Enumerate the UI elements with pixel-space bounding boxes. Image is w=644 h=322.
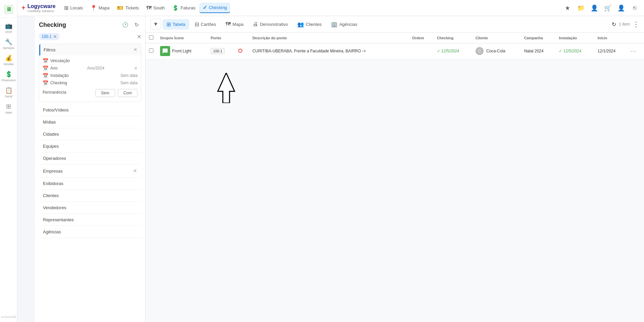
filter-toggle-button[interactable]: ▼ bbox=[150, 19, 161, 30]
sidebar-item-apps[interactable]: ⊞ Apps bbox=[1, 101, 16, 116]
profile-button[interactable]: 👤 bbox=[616, 3, 627, 13]
topbar-nav-locais[interactable]: ⊞ Locais bbox=[61, 3, 86, 13]
tab-cartoes[interactable]: ⊟ Cartões bbox=[191, 19, 220, 30]
topbar-nav-faturas[interactable]: 💲 Faturas bbox=[169, 3, 199, 13]
demonstrativo-icon: 🖨 bbox=[253, 21, 258, 27]
expand-midias[interactable]: Mídias bbox=[39, 116, 141, 128]
arrow-annotation bbox=[213, 73, 240, 104]
expand-cidades[interactable]: Cidades bbox=[39, 128, 141, 140]
permanencia-row: Permanência Sem Com bbox=[43, 88, 138, 97]
col-ordem: Ordem bbox=[409, 33, 434, 43]
empresas-close-icon[interactable]: ✕ bbox=[133, 168, 137, 174]
tab-clientes[interactable]: 👥 Clientes bbox=[293, 19, 326, 30]
row-campanha-cell: Natal 2024 bbox=[521, 43, 556, 59]
permanencia-buttons: Sem Com bbox=[95, 89, 138, 97]
mapa-tab-label: Mapa bbox=[233, 22, 244, 27]
permanencia-com-button[interactable]: Com bbox=[118, 89, 138, 97]
row-checkbox[interactable] bbox=[149, 48, 153, 53]
sidebar-item-financeiro[interactable]: 💲 Financeiro bbox=[1, 69, 16, 84]
row-status-cell bbox=[235, 43, 249, 59]
ooh-label: OOH bbox=[5, 30, 12, 34]
exibidoras-label: Exibidoras bbox=[43, 181, 63, 186]
more-options-button[interactable]: ⋮ bbox=[633, 20, 639, 28]
apps-label: Apps bbox=[5, 111, 12, 114]
geral-icon: 📋 bbox=[5, 87, 12, 94]
filter-sidebar: Checking 🕐 ↻ 100.1 ✕ ✕ Filtros ✕ 📅 bbox=[35, 16, 146, 322]
favorite-button[interactable]: ★ bbox=[562, 3, 573, 13]
topbar-nav-south[interactable]: 🗺 South bbox=[143, 3, 168, 13]
instalacao-value: Sem data bbox=[120, 73, 138, 78]
topbar-nav-checking[interactable]: ✓ Checking bbox=[199, 3, 230, 13]
row-more-button[interactable]: ⋯ bbox=[630, 48, 636, 54]
topbar-nav-mapa[interactable]: 📍 Mapa bbox=[87, 3, 113, 13]
tag-clear-button[interactable]: ✕ bbox=[137, 34, 141, 40]
apps-icon: ⊞ bbox=[6, 103, 11, 110]
sidebar-item-servicos[interactable]: 🔧 Serviços bbox=[1, 37, 16, 51]
row-ponto-cell: 100.1 bbox=[207, 43, 235, 59]
grupos-cell: Front Light bbox=[160, 46, 204, 56]
row-checkbox-cell bbox=[146, 43, 157, 59]
expand-vendedores[interactable]: Vendedores bbox=[39, 202, 141, 214]
expand-representantes[interactable]: Representantes bbox=[39, 214, 141, 226]
client-cell: C Coca-Cola bbox=[476, 47, 517, 55]
topbar-nav-tickets[interactable]: 🎫 Tickets bbox=[113, 3, 142, 13]
mapa-tab-icon: 🗺 bbox=[226, 21, 231, 27]
expand-agencias[interactable]: Agências bbox=[39, 226, 141, 238]
tag-close-icon[interactable]: ✕ bbox=[53, 34, 57, 39]
folder-button[interactable]: 📁 bbox=[576, 3, 586, 13]
tab-tabela[interactable]: ⊞ Tabela bbox=[162, 19, 189, 30]
tab-mapa[interactable]: 🗺 Mapa bbox=[221, 19, 248, 29]
col-actions bbox=[627, 33, 644, 43]
refresh-button[interactable]: ↻ bbox=[132, 20, 141, 30]
data-table: Grupos Ícone Ponto Descrição do ponto Or… bbox=[146, 33, 644, 59]
clientes-tab-icon: 👥 bbox=[297, 21, 304, 28]
sidebar-item-ooh[interactable]: 📺 OOH bbox=[1, 20, 16, 35]
logout-button[interactable]: ⎋ bbox=[629, 3, 640, 13]
topbar-nav: ⊞ Locais 📍 Mapa 🎫 Tickets 🗺 South 💲 Fatu… bbox=[61, 3, 561, 13]
expand-operadores[interactable]: Operadores bbox=[39, 152, 141, 165]
topbar: + Logycware Credibility Solutions ⊞ Loca… bbox=[17, 0, 644, 16]
col-ponto: Ponto bbox=[207, 33, 235, 43]
active-tag[interactable]: 100.1 ✕ bbox=[39, 33, 60, 40]
tag-value: 100.1 bbox=[42, 34, 52, 39]
select-all-checkbox[interactable] bbox=[149, 35, 153, 40]
arrow-svg bbox=[213, 73, 240, 103]
content-area: ▼ ⊞ Tabela ⊟ Cartões 🗺 Mapa 🖨 Demonstrat… bbox=[146, 16, 644, 322]
tab-agencias[interactable]: 🏢 Agências bbox=[327, 19, 361, 30]
reload-button[interactable]: ↻ bbox=[612, 21, 616, 28]
expand-fotos-videos[interactable]: Fotos/Vídeos bbox=[39, 104, 141, 116]
filtros-header[interactable]: Filtros ✕ bbox=[39, 44, 141, 55]
row-cliente-cell: C Coca-Cola bbox=[472, 43, 521, 59]
history-button[interactable]: 🕐 bbox=[120, 20, 130, 30]
col-inicio: Início bbox=[594, 33, 627, 43]
expand-exibidoras[interactable]: Exibidoras bbox=[39, 178, 141, 190]
expand-clientes[interactable]: Clientes bbox=[39, 190, 141, 202]
row-more-cell: ⋯ bbox=[627, 43, 644, 59]
sidebar-item-vendas[interactable]: 💰 Vendas bbox=[1, 53, 16, 67]
ano-label: 📅 Ano bbox=[43, 65, 57, 71]
servicos-icon: 🔧 bbox=[5, 38, 12, 46]
table-header: Grupos Ícone Ponto Descrição do ponto Or… bbox=[146, 33, 644, 43]
agencias-tab-icon: 🏢 bbox=[331, 21, 338, 28]
col-grupos-icone: Grupos Ícone bbox=[157, 33, 207, 43]
ano-close-icon[interactable]: ✕ bbox=[134, 66, 138, 71]
version-label: 41204135d bbox=[1, 315, 16, 322]
filtros-close-icon[interactable]: ✕ bbox=[133, 47, 138, 53]
sidebar-item-geral[interactable]: 📋 Geral bbox=[1, 85, 16, 100]
locais-nav-icon: ⊞ bbox=[64, 5, 68, 11]
expand-equipes[interactable]: Equipes bbox=[39, 140, 141, 152]
main-wrap: Checking 🕐 ↻ 100.1 ✕ ✕ Filtros ✕ 📅 bbox=[35, 16, 644, 322]
instalacao-row: 📅 Instalação Sem data bbox=[43, 73, 138, 78]
col-checking: Checking bbox=[434, 33, 472, 43]
cart-button[interactable]: 🛒 bbox=[602, 3, 613, 13]
tab-demonstrativo[interactable]: 🖨 Demonstrativo bbox=[249, 19, 292, 29]
vendas-label: Vendas bbox=[3, 62, 13, 66]
faturas-nav-label: Faturas bbox=[181, 5, 195, 10]
checking-nav-label: Checking bbox=[209, 5, 227, 10]
tag-row: 100.1 ✕ ✕ bbox=[39, 33, 141, 40]
user-button[interactable]: 👤 bbox=[589, 3, 600, 13]
checking-status: ✓ 12/5/2024 bbox=[437, 49, 459, 53]
expand-empresas[interactable]: Empresas ✕ bbox=[39, 165, 141, 178]
permanencia-sem-button[interactable]: Sem bbox=[95, 89, 115, 97]
financeiro-label: Financeiro bbox=[1, 79, 15, 82]
